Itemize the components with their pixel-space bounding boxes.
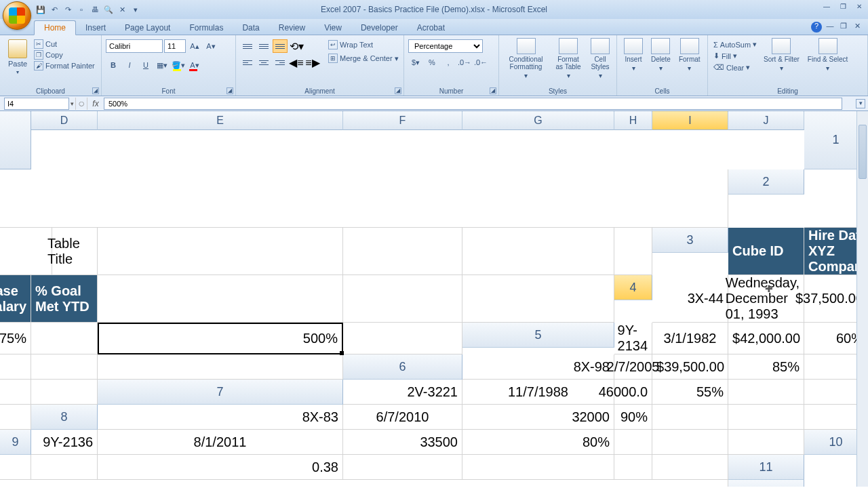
cell[interactable]: 9Y-2136 [31,430,98,455]
row-header[interactable]: 6 [343,354,462,380]
format-as-table-button[interactable]: Format as Table▾ [551,37,585,94]
tab-view[interactable]: View [315,21,351,35]
vertical-scrollbar[interactable] [856,111,868,487]
row-header[interactable]: 11 [728,455,804,480]
col-header[interactable]: G [462,111,614,130]
shrink-font-button[interactable]: A▾ [203,39,218,53]
cell[interactable] [0,380,31,405]
row-header[interactable]: 5 [462,323,614,348]
cell[interactable]: 8X-98 [462,354,614,380]
cell[interactable]: 33500 [343,430,462,455]
sort-filter-button[interactable]: Sort & Filter▾ [761,37,802,94]
merge-center-button[interactable]: ⊞Merge & Center ▾ [327,53,400,64]
number-launcher[interactable]: ◢ [490,87,496,94]
cell[interactable] [31,228,98,275]
cell[interactable] [98,354,343,380]
row-header[interactable]: 8 [31,405,98,430]
align-top-button[interactable] [240,39,255,53]
cell[interactable]: 55% [652,380,728,405]
font-size-combo[interactable] [164,39,186,53]
tab-acrobat[interactable]: Acrobat [408,21,454,35]
format-cells-button[interactable]: Format▾ [676,37,703,94]
select-all-corner[interactable] [0,111,31,169]
cell[interactable]: 80% [462,430,614,455]
cell[interactable] [652,430,728,455]
cell[interactable] [0,455,31,480]
align-center-button[interactable] [256,56,271,69]
cell[interactable] [0,405,31,430]
format-painter-button[interactable]: 🖌Format Painter [34,61,95,70]
decrease-decimal-button[interactable]: .0← [473,56,488,69]
cell[interactable]: 90% [614,405,652,430]
expand-formula-bar[interactable]: ▾ [856,99,865,108]
bold-button[interactable]: B [106,58,121,72]
col-header[interactable]: J [728,111,804,130]
office-button[interactable] [3,1,31,30]
save-icon[interactable]: 💾 [35,4,46,15]
paste-button[interactable]: Paste ▾ [4,37,31,94]
tab-data[interactable]: Data [233,21,269,35]
cell[interactable] [31,323,98,354]
decrease-indent-button[interactable]: ◀≡ [289,56,304,69]
redo-icon[interactable]: ↷ [62,4,73,15]
align-right-button[interactable] [273,56,288,69]
cell[interactable] [614,455,652,480]
font-name-combo[interactable] [106,39,163,53]
cell[interactable]: 46000.0 [614,380,652,405]
header-salary[interactable]: Base Salary [0,275,31,323]
cell[interactable] [728,405,804,430]
cut-button[interactable]: ✂Cut [34,39,95,49]
header-goal[interactable]: % Goal Met YTD [31,275,98,323]
tab-page-layout[interactable]: Page Layout [115,21,180,35]
tab-home[interactable]: Home [34,20,76,35]
align-middle-button[interactable] [256,39,271,53]
fill-button[interactable]: ⬇Fill ▾ [712,51,758,61]
cell[interactable]: 3X-44 [652,275,728,323]
cell[interactable]: 85% [728,354,804,380]
restore-workbook-icon[interactable]: ❐ [838,22,849,33]
cell[interactable]: 8X-83 [98,405,343,430]
cell[interactable] [728,430,804,455]
tab-insert[interactable]: Insert [76,21,115,35]
cancel-formula-icon[interactable]: ○ [75,98,87,110]
clear-button[interactable]: ⌫Clear ▾ [712,62,758,73]
cell[interactable] [0,480,728,487]
cell[interactable]: 3/1/1982 [652,323,728,354]
cell[interactable] [31,380,98,405]
col-header[interactable]: H [614,111,652,130]
clipboard-launcher[interactable]: ◢ [92,87,99,94]
help-icon[interactable]: ? [811,22,822,33]
number-format-combo[interactable]: Percentage [408,39,483,53]
header-cube[interactable]: Cube ID [728,228,804,275]
cell[interactable] [98,275,343,323]
border-button[interactable]: ▦▾ [155,58,170,72]
cell[interactable]: $39,500.00 [652,354,728,380]
col-header[interactable]: D [31,111,98,130]
spreadsheet-grid[interactable]: D E F G H I J 1 2 Table Title 3 Cube ID … [0,111,868,487]
undo-icon[interactable]: ↶ [49,4,60,15]
close-window-icon[interactable]: ✕ [853,3,865,12]
minimize-ribbon-icon[interactable]: — [825,22,835,33]
cell[interactable] [98,228,343,275]
comma-button[interactable]: , [441,56,456,69]
increase-decimal-button[interactable]: .0→ [457,56,472,69]
find-select-button[interactable]: Find & Select▾ [805,37,850,94]
cell[interactable] [728,380,804,405]
font-launcher[interactable]: ◢ [226,87,233,94]
name-box[interactable] [4,98,69,110]
cell[interactable] [462,228,614,275]
col-header[interactable]: E [98,111,343,130]
row-header[interactable]: 2 [728,169,804,195]
align-left-button[interactable] [240,56,255,69]
cell[interactable]: 9Y-2134 [614,323,652,354]
autosum-button[interactable]: ΣAutoSum ▾ [712,39,758,49]
cell[interactable] [343,455,462,480]
cell[interactable] [343,228,462,275]
copy-button[interactable]: ❐Copy [34,50,95,60]
cell[interactable] [343,323,462,354]
fx-button[interactable]: fx [87,99,104,108]
row-header[interactable]: 7 [98,380,343,405]
maximize-icon[interactable]: ❐ [837,3,849,12]
cell-styles-button[interactable]: Cell Styles▾ [588,37,612,94]
fill-color-button[interactable]: 🪣▾ [171,58,186,72]
